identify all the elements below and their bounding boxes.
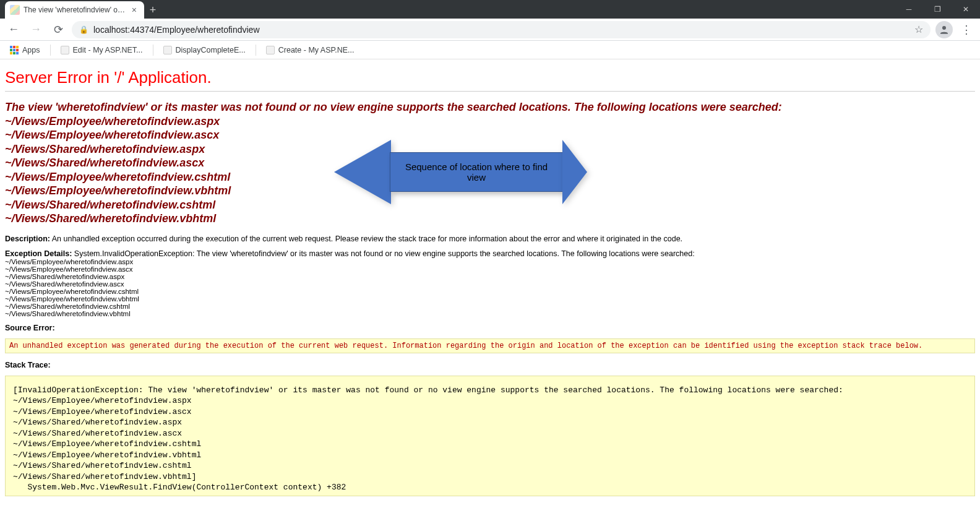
address-bar[interactable]: 🔒 localhost:44374/Employee/wheretofindvi… xyxy=(72,21,931,38)
source-error-box: An unhandled exception was generated dur… xyxy=(5,338,975,353)
bookmark-separator xyxy=(50,45,51,56)
exception-location: ~/Views/Employee/wheretofindview.cshtml xyxy=(5,288,975,295)
toolbar: ← → ⟳ 🔒 localhost:44374/Employee/whereto… xyxy=(0,19,980,41)
close-window-button[interactable]: ✕ xyxy=(952,0,980,19)
exception-location: ~/Views/Employee/wheretofindview.aspx xyxy=(5,258,975,265)
profile-avatar[interactable] xyxy=(935,21,953,38)
new-tab-button[interactable]: + xyxy=(144,1,161,19)
bookmark-label: Create - My ASP.NE... xyxy=(278,46,355,54)
exception-location: ~/Views/Shared/wheretofindview.ascx xyxy=(5,280,975,288)
error-message: The view 'wheretofindview' or its master… xyxy=(5,100,975,226)
bookmark-item[interactable]: Edit - My ASP.NET... xyxy=(56,43,148,57)
source-error-label-block: Source Error: xyxy=(5,324,975,332)
exception-block: Exception Details: System.InvalidOperati… xyxy=(5,249,975,317)
tab-strip: The view 'wheretofindview' or its × + ─ … xyxy=(0,0,980,19)
tab-title: The view 'wheretofindview' or its xyxy=(24,6,126,14)
page-content: Server Error in '/' Application. The vie… xyxy=(0,59,980,501)
description-label: Description: xyxy=(5,235,50,243)
source-error-label: Source Error: xyxy=(5,324,55,332)
error-location: ~/Views/Shared/wheretofindview.aspx xyxy=(5,142,975,157)
browser-tab[interactable]: The view 'wheretofindview' or its × xyxy=(5,1,144,19)
error-message-heading: The view 'wheretofindview' or its master… xyxy=(5,100,975,114)
error-location: ~/Views/Shared/wheretofindview.ascx xyxy=(5,156,975,170)
bookmark-favicon-icon xyxy=(163,46,172,54)
bookmark-label: DisplayCompleteE... xyxy=(176,46,246,54)
bookmark-separator xyxy=(153,45,153,56)
window-controls: ─ ❐ ✕ xyxy=(895,0,980,19)
error-location: ~/Views/Shared/wheretofindview.vbhtml xyxy=(5,212,975,226)
description-block: Description: An unhandled exception occu… xyxy=(5,235,975,243)
url-text: localhost:44374/Employee/wheretofindview xyxy=(93,25,260,35)
back-button[interactable]: ← xyxy=(5,21,22,38)
exception-location: ~/Views/Shared/wheretofindview.cshtml xyxy=(5,303,975,310)
minimize-button[interactable]: ─ xyxy=(895,0,923,19)
stack-trace-label: Stack Trace: xyxy=(5,361,51,369)
apps-shortcut[interactable]: Apps xyxy=(5,43,45,57)
title-divider xyxy=(5,91,975,92)
reload-button[interactable]: ⟳ xyxy=(49,21,67,38)
error-location: ~/Views/Employee/wheretofindview.aspx xyxy=(5,114,975,129)
error-title: Server Error in '/' Application. xyxy=(5,68,975,87)
exception-location: ~/Views/Shared/wheretofindview.vbhtml xyxy=(5,310,975,317)
stack-trace-label-block: Stack Trace: xyxy=(5,361,975,369)
bookmark-label: Edit - My ASP.NET... xyxy=(73,46,143,54)
exception-label: Exception Details: xyxy=(5,249,72,258)
bookmark-star-icon[interactable]: ☆ xyxy=(914,24,923,35)
bookmark-favicon-icon xyxy=(61,46,69,54)
svg-point-0 xyxy=(942,26,946,30)
apps-grid-icon xyxy=(10,46,19,54)
forward-button[interactable]: → xyxy=(27,21,45,38)
maximize-button[interactable]: ❐ xyxy=(923,0,952,19)
bookmark-separator xyxy=(256,45,256,56)
chrome-menu-button[interactable]: ⋮ xyxy=(958,23,975,37)
stack-trace-box: [InvalidOperationException: The view 'wh… xyxy=(5,376,975,496)
exception-location: ~/Views/Shared/wheretofindview.aspx xyxy=(5,273,975,280)
apps-label: Apps xyxy=(22,46,40,54)
bookmark-item[interactable]: DisplayCompleteE... xyxy=(158,43,251,57)
description-text: An unhandled exception occurred during t… xyxy=(52,235,682,243)
tab-close-icon[interactable]: × xyxy=(129,5,139,15)
tab-favicon-icon xyxy=(10,5,20,15)
error-location: ~/Views/Employee/wheretofindview.vbhtml xyxy=(5,184,975,198)
error-location: ~/Views/Employee/wheretofindview.ascx xyxy=(5,128,975,142)
error-location: ~/Views/Employee/wheretofindview.cshtml xyxy=(5,170,975,184)
lock-icon: 🔒 xyxy=(79,25,88,34)
exception-text: System.InvalidOperationException: The vi… xyxy=(74,249,695,258)
error-location: ~/Views/Shared/wheretofindview.cshtml xyxy=(5,198,975,212)
exception-location: ~/Views/Employee/wheretofindview.ascx xyxy=(5,265,975,273)
exception-location: ~/Views/Employee/wheretofindview.vbhtml xyxy=(5,295,975,303)
bookmark-item[interactable]: Create - My ASP.NE... xyxy=(261,43,359,57)
bookmark-favicon-icon xyxy=(266,46,275,54)
bookmark-bar: Apps Edit - My ASP.NET... DisplayComplet… xyxy=(0,41,980,59)
